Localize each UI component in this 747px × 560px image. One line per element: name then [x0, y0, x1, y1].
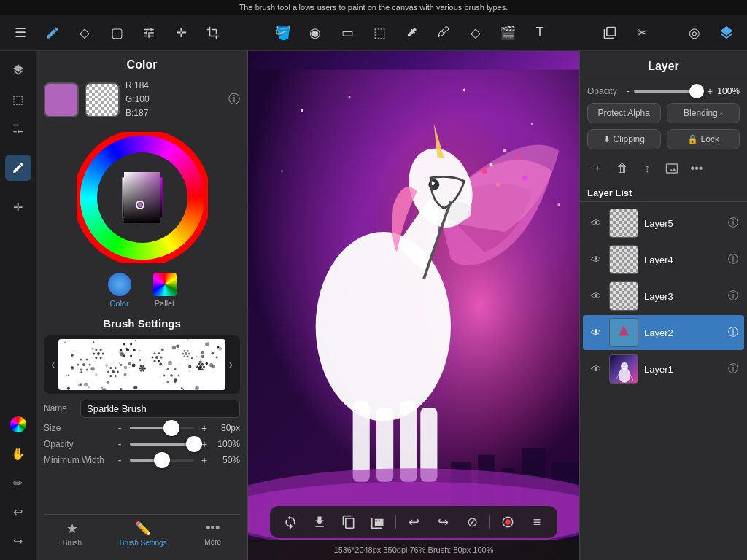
blending-btn[interactable]: Blending › — [667, 103, 740, 123]
color-tab-color[interactable]: Color — [108, 273, 131, 308]
canvas-redo-btn[interactable]: ↪ — [431, 510, 454, 534]
canvas-button[interactable] — [597, 20, 623, 46]
opacity-plus-btn[interactable]: + — [707, 85, 713, 97]
protect-alpha-btn[interactable]: Protect Alpha — [587, 103, 661, 123]
opacity-minus[interactable]: - — [114, 438, 125, 450]
brush-button[interactable] — [39, 20, 66, 46]
layer1-visibility[interactable]: 👁 — [589, 363, 603, 375]
sidebar-selection[interactable]: ⬚ — [5, 86, 31, 112]
sidebar-eyedropper[interactable]: ✏ — [5, 470, 31, 496]
selection-button[interactable]: ◇ — [71, 20, 98, 46]
reference-layer-btn[interactable] — [662, 158, 682, 179]
fill-button[interactable]: 🪣 — [270, 20, 296, 46]
opacity-track[interactable] — [130, 443, 194, 446]
layer-item-3[interactable]: 👁 Layer3 ⓘ — [583, 279, 744, 314]
minwidth-minus[interactable]: - — [114, 454, 125, 466]
canvas-area[interactable]: ↩ ↪ ⊘ ≡ 1536*2048px 350dpi 76% Brush: 80… — [248, 51, 579, 560]
eyedropper-button[interactable] — [398, 20, 425, 46]
canvas-crop-btn[interactable] — [366, 510, 390, 534]
tab-brush[interactable]: ★ Brush — [63, 521, 82, 547]
tab-brush-settings[interactable]: ✏️ Brush Settings — [120, 521, 167, 547]
layer-item-4[interactable]: 👁 Layer4 ⓘ — [583, 242, 744, 277]
lock-icon: 🔒 — [687, 134, 698, 144]
layer5-visibility[interactable]: 👁 — [589, 217, 603, 229]
adjustments-button[interactable] — [136, 20, 162, 46]
carousel-prev[interactable]: ‹ — [47, 358, 58, 371]
opacity-thumb[interactable] — [186, 436, 202, 452]
opacity-slider[interactable] — [634, 90, 703, 93]
more-layer-btn[interactable]: ••• — [686, 158, 707, 179]
tab-more[interactable]: ••• More — [204, 521, 221, 547]
snip-button[interactable]: ✂ — [629, 20, 655, 46]
layer-item-1[interactable]: 👁 Layer1 ⓘ — [583, 351, 744, 386]
layer4-visibility[interactable]: 👁 — [589, 254, 603, 265]
crop-button[interactable] — [200, 20, 226, 46]
undo-button[interactable]: ◎ — [681, 20, 708, 46]
color-wheel[interactable] — [77, 132, 208, 263]
sidebar-brush[interactable] — [5, 155, 31, 181]
canvas-menu-btn[interactable]: ≡ — [525, 510, 549, 534]
canvas-record-btn[interactable] — [496, 510, 519, 534]
layers-button[interactable] — [713, 20, 740, 46]
retouch-button[interactable]: 🖊 — [430, 20, 457, 46]
brush-name-input[interactable] — [80, 400, 240, 418]
color-panel-title: Color — [44, 58, 240, 71]
canvas-status-text: 1536*2048px 350dpi 76% Brush: 80px 100% — [334, 545, 494, 554]
sidebar-undo[interactable]: ↩ — [5, 499, 31, 525]
liquify-button[interactable]: ◇ — [462, 20, 489, 46]
sidebar-transform[interactable]: ✛ — [5, 194, 31, 220]
type-button[interactable]: T — [527, 20, 553, 46]
layer2-visibility[interactable]: 👁 — [589, 327, 603, 338]
sidebar-layers[interactable] — [5, 57, 31, 83]
sidebar-color[interactable] — [5, 411, 31, 438]
lock-btn[interactable]: 🔒 Lock — [667, 129, 740, 149]
rgb-b: B:187 — [125, 106, 150, 120]
canvas-undo-btn[interactable]: ↩ — [402, 510, 425, 534]
minwidth-plus[interactable]: + — [198, 454, 210, 466]
layer-item-2[interactable]: 👁 Layer2 ⓘ — [583, 315, 744, 350]
marquee-button[interactable]: ⬚ — [366, 20, 392, 46]
layer2-info[interactable]: ⓘ — [728, 326, 738, 339]
size-minus[interactable]: - — [114, 422, 125, 434]
canvas-bottom-bar: ↩ ↪ ⊘ ≡ — [270, 506, 557, 538]
minwidth-track[interactable] — [130, 459, 194, 462]
clipping-btn[interactable]: ⬇ Clipping — [587, 129, 661, 149]
layer5-info[interactable]: ⓘ — [728, 217, 738, 230]
size-track[interactable] — [130, 427, 194, 429]
size-thumb[interactable] — [163, 420, 179, 436]
clipping-label: Clipping — [614, 134, 645, 144]
sidebar-hand[interactable]: ✋ — [5, 440, 31, 467]
canvas-duplicate-btn[interactable] — [337, 510, 360, 534]
color-tab-pallet-label: Pallet — [155, 299, 175, 308]
canvas-transform-btn[interactable] — [279, 510, 302, 534]
sidebar-redo[interactable]: ↪ — [5, 528, 31, 554]
carousel-next[interactable]: › — [225, 358, 236, 371]
layer-item-5[interactable]: 👁 Layer5 ⓘ — [583, 206, 744, 241]
color-info-button[interactable]: ⓘ — [228, 92, 240, 107]
layer3-info[interactable]: ⓘ — [728, 289, 738, 303]
canvas-export-btn[interactable] — [308, 510, 331, 534]
secondary-color-swatch[interactable] — [85, 82, 120, 117]
layer-list-header: Layer List — [580, 184, 747, 202]
move-layer-btn[interactable]: ↕ — [637, 158, 657, 179]
canvas-noentry-btn[interactable]: ⊘ — [460, 510, 484, 534]
primary-color-swatch[interactable] — [44, 82, 79, 117]
opacity-slider-thumb[interactable] — [689, 84, 704, 98]
layer4-info[interactable]: ⓘ — [728, 253, 738, 266]
layer1-info[interactable]: ⓘ — [728, 362, 738, 376]
menu-button[interactable]: ☰ — [7, 20, 34, 46]
transform-button[interactable]: ▢ — [104, 20, 130, 46]
add-layer-btn[interactable]: + — [587, 158, 608, 179]
layer3-visibility[interactable]: 👁 — [589, 290, 603, 302]
color-tab-pallet[interactable]: Pallet — [153, 273, 177, 308]
size-plus[interactable]: + — [198, 422, 210, 434]
color-wheel-container[interactable] — [44, 132, 240, 263]
move-button[interactable]: ✛ — [168, 20, 194, 46]
smudge-button[interactable]: ▭ — [334, 20, 360, 46]
delete-layer-btn[interactable]: 🗑 — [612, 158, 632, 179]
sidebar-adjustments[interactable] — [5, 115, 31, 141]
opacity-minus-btn[interactable]: - — [626, 85, 630, 97]
clone-button[interactable]: ◉ — [302, 20, 328, 46]
minwidth-thumb[interactable] — [154, 452, 170, 468]
video-button[interactable]: 🎬 — [495, 20, 521, 46]
